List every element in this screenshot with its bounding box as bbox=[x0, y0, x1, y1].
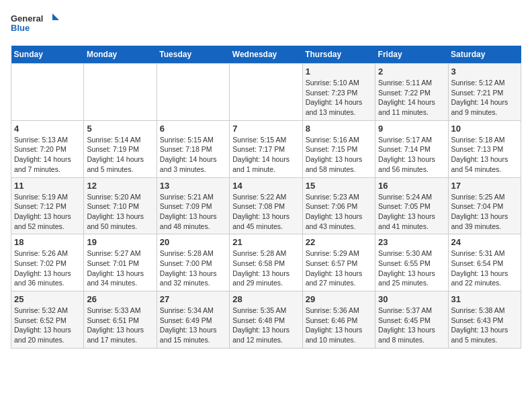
day-number: 12 bbox=[87, 181, 153, 191]
day-info: Sunrise: 5:28 AM Sunset: 6:58 PM Dayligh… bbox=[232, 248, 299, 288]
calendar-week-row: 1Sunrise: 5:10 AM Sunset: 7:23 PM Daylig… bbox=[11, 64, 521, 121]
calendar-cell: 17Sunrise: 5:25 AM Sunset: 7:04 PM Dayli… bbox=[448, 177, 521, 234]
day-info: Sunrise: 5:13 AM Sunset: 7:20 PM Dayligh… bbox=[14, 135, 81, 175]
calendar-cell: 13Sunrise: 5:21 AM Sunset: 7:09 PM Dayli… bbox=[157, 177, 229, 234]
day-number: 30 bbox=[378, 294, 445, 304]
day-number: 9 bbox=[378, 124, 445, 134]
calendar-week-row: 11Sunrise: 5:19 AM Sunset: 7:12 PM Dayli… bbox=[11, 177, 521, 234]
calendar-cell: 23Sunrise: 5:30 AM Sunset: 6:55 PM Dayli… bbox=[375, 234, 448, 291]
day-number: 19 bbox=[87, 237, 153, 247]
page-header: GeneralBlue bbox=[11, 11, 521, 39]
day-number: 22 bbox=[306, 237, 372, 247]
day-info: Sunrise: 5:19 AM Sunset: 7:12 PM Dayligh… bbox=[14, 192, 81, 232]
calendar-cell: 2Sunrise: 5:11 AM Sunset: 7:22 PM Daylig… bbox=[375, 64, 448, 121]
day-number: 8 bbox=[306, 124, 372, 134]
day-number: 27 bbox=[160, 294, 226, 304]
calendar-cell: 21Sunrise: 5:28 AM Sunset: 6:58 PM Dayli… bbox=[230, 234, 302, 291]
calendar-cell: 22Sunrise: 5:29 AM Sunset: 6:57 PM Dayli… bbox=[302, 234, 375, 291]
day-info: Sunrise: 5:29 AM Sunset: 6:57 PM Dayligh… bbox=[306, 248, 372, 288]
day-number: 18 bbox=[14, 237, 81, 247]
day-info: Sunrise: 5:14 AM Sunset: 7:19 PM Dayligh… bbox=[87, 135, 153, 175]
day-number: 4 bbox=[14, 124, 81, 134]
day-info: Sunrise: 5:37 AM Sunset: 6:45 PM Dayligh… bbox=[378, 306, 445, 345]
day-number: 21 bbox=[232, 237, 299, 247]
day-info: Sunrise: 5:24 AM Sunset: 7:05 PM Dayligh… bbox=[378, 192, 445, 232]
calendar-cell: 11Sunrise: 5:19 AM Sunset: 7:12 PM Dayli… bbox=[11, 177, 84, 234]
day-info: Sunrise: 5:28 AM Sunset: 7:00 PM Dayligh… bbox=[160, 248, 226, 288]
day-info: Sunrise: 5:12 AM Sunset: 7:21 PM Dayligh… bbox=[451, 78, 518, 118]
weekday-header-sunday: Sunday bbox=[11, 46, 84, 64]
calendar-cell: 28Sunrise: 5:35 AM Sunset: 6:48 PM Dayli… bbox=[230, 291, 302, 349]
day-number: 28 bbox=[232, 294, 299, 304]
day-info: Sunrise: 5:26 AM Sunset: 7:02 PM Dayligh… bbox=[14, 248, 81, 288]
day-info: Sunrise: 5:20 AM Sunset: 7:10 PM Dayligh… bbox=[87, 192, 153, 232]
day-number: 6 bbox=[160, 124, 226, 134]
day-number: 25 bbox=[14, 294, 81, 304]
day-number: 11 bbox=[14, 181, 81, 191]
calendar-cell: 4Sunrise: 5:13 AM Sunset: 7:20 PM Daylig… bbox=[11, 120, 84, 177]
weekday-header-monday: Monday bbox=[84, 46, 157, 64]
day-info: Sunrise: 5:15 AM Sunset: 7:17 PM Dayligh… bbox=[232, 135, 299, 175]
calendar-cell: 20Sunrise: 5:28 AM Sunset: 7:00 PM Dayli… bbox=[157, 234, 229, 291]
weekday-header-saturday: Saturday bbox=[448, 46, 521, 64]
day-info: Sunrise: 5:22 AM Sunset: 7:08 PM Dayligh… bbox=[232, 192, 299, 232]
weekday-header-tuesday: Tuesday bbox=[157, 46, 229, 64]
svg-marker-1 bbox=[52, 13, 59, 20]
day-number: 7 bbox=[232, 124, 299, 134]
day-info: Sunrise: 5:18 AM Sunset: 7:13 PM Dayligh… bbox=[451, 135, 518, 175]
calendar-week-row: 18Sunrise: 5:26 AM Sunset: 7:02 PM Dayli… bbox=[11, 234, 521, 291]
calendar-cell: 29Sunrise: 5:36 AM Sunset: 6:46 PM Dayli… bbox=[302, 291, 375, 349]
logo: GeneralBlue bbox=[11, 11, 64, 39]
calendar-cell: 30Sunrise: 5:37 AM Sunset: 6:45 PM Dayli… bbox=[375, 291, 448, 349]
calendar-cell: 9Sunrise: 5:17 AM Sunset: 7:14 PM Daylig… bbox=[375, 120, 448, 177]
day-info: Sunrise: 5:32 AM Sunset: 6:52 PM Dayligh… bbox=[14, 306, 81, 345]
weekday-header-friday: Friday bbox=[375, 46, 448, 64]
day-info: Sunrise: 5:35 AM Sunset: 6:48 PM Dayligh… bbox=[232, 306, 299, 345]
day-number: 15 bbox=[306, 181, 372, 191]
calendar-cell: 12Sunrise: 5:20 AM Sunset: 7:10 PM Dayli… bbox=[84, 177, 157, 234]
day-info: Sunrise: 5:16 AM Sunset: 7:15 PM Dayligh… bbox=[306, 135, 372, 175]
day-info: Sunrise: 5:15 AM Sunset: 7:18 PM Dayligh… bbox=[160, 135, 226, 175]
day-number: 3 bbox=[451, 66, 518, 77]
calendar-cell bbox=[11, 64, 84, 121]
weekday-header-row: SundayMondayTuesdayWednesdayThursdayFrid… bbox=[11, 46, 521, 64]
svg-text:General: General bbox=[11, 13, 43, 24]
day-info: Sunrise: 5:23 AM Sunset: 7:06 PM Dayligh… bbox=[306, 192, 372, 232]
calendar-cell: 7Sunrise: 5:15 AM Sunset: 7:17 PM Daylig… bbox=[230, 120, 302, 177]
day-number: 13 bbox=[160, 181, 226, 191]
day-number: 26 bbox=[87, 294, 153, 304]
calendar-cell bbox=[230, 64, 302, 121]
calendar-cell bbox=[157, 64, 229, 121]
day-info: Sunrise: 5:17 AM Sunset: 7:14 PM Dayligh… bbox=[378, 135, 445, 175]
day-info: Sunrise: 5:34 AM Sunset: 6:49 PM Dayligh… bbox=[160, 306, 226, 345]
day-info: Sunrise: 5:31 AM Sunset: 6:54 PM Dayligh… bbox=[451, 248, 518, 288]
calendar-cell: 14Sunrise: 5:22 AM Sunset: 7:08 PM Dayli… bbox=[230, 177, 302, 234]
calendar-cell: 8Sunrise: 5:16 AM Sunset: 7:15 PM Daylig… bbox=[302, 120, 375, 177]
day-number: 31 bbox=[451, 294, 518, 304]
day-info: Sunrise: 5:11 AM Sunset: 7:22 PM Dayligh… bbox=[378, 78, 445, 118]
day-number: 17 bbox=[451, 181, 518, 191]
day-number: 2 bbox=[378, 66, 445, 77]
day-number: 24 bbox=[451, 237, 518, 247]
day-number: 16 bbox=[378, 181, 445, 191]
day-number: 14 bbox=[232, 181, 299, 191]
calendar-week-row: 4Sunrise: 5:13 AM Sunset: 7:20 PM Daylig… bbox=[11, 120, 521, 177]
weekday-header-thursday: Thursday bbox=[302, 46, 375, 64]
day-info: Sunrise: 5:27 AM Sunset: 7:01 PM Dayligh… bbox=[87, 248, 153, 288]
calendar-cell: 18Sunrise: 5:26 AM Sunset: 7:02 PM Dayli… bbox=[11, 234, 84, 291]
calendar-cell: 1Sunrise: 5:10 AM Sunset: 7:23 PM Daylig… bbox=[302, 64, 375, 121]
day-number: 29 bbox=[306, 294, 372, 304]
day-number: 5 bbox=[87, 124, 153, 134]
calendar-cell: 19Sunrise: 5:27 AM Sunset: 7:01 PM Dayli… bbox=[84, 234, 157, 291]
day-number: 20 bbox=[160, 237, 226, 247]
calendar-cell: 15Sunrise: 5:23 AM Sunset: 7:06 PM Dayli… bbox=[302, 177, 375, 234]
calendar-cell: 31Sunrise: 5:38 AM Sunset: 6:43 PM Dayli… bbox=[448, 291, 521, 349]
calendar-cell: 10Sunrise: 5:18 AM Sunset: 7:13 PM Dayli… bbox=[448, 120, 521, 177]
day-info: Sunrise: 5:10 AM Sunset: 7:23 PM Dayligh… bbox=[306, 78, 372, 118]
calendar-week-row: 25Sunrise: 5:32 AM Sunset: 6:52 PM Dayli… bbox=[11, 291, 521, 349]
day-info: Sunrise: 5:33 AM Sunset: 6:51 PM Dayligh… bbox=[87, 306, 153, 345]
day-info: Sunrise: 5:36 AM Sunset: 6:46 PM Dayligh… bbox=[306, 306, 372, 345]
day-info: Sunrise: 5:21 AM Sunset: 7:09 PM Dayligh… bbox=[160, 192, 226, 232]
day-info: Sunrise: 5:30 AM Sunset: 6:55 PM Dayligh… bbox=[378, 248, 445, 288]
day-info: Sunrise: 5:38 AM Sunset: 6:43 PM Dayligh… bbox=[451, 306, 518, 345]
